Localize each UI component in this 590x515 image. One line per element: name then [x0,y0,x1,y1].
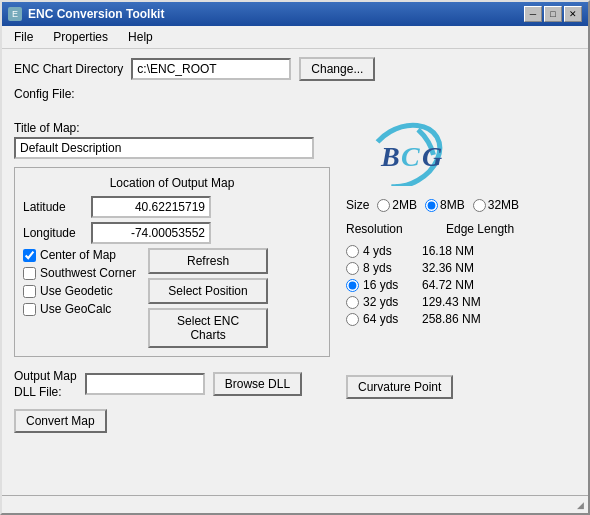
panels: Title of Map: Location of Output Map Lat… [14,121,576,399]
left-panel: Title of Map: Location of Output Map Lat… [14,121,330,399]
curvature-point-button[interactable]: Curvature Point [346,375,453,399]
window-title: ENC Conversion Toolkit [28,7,164,21]
size-2mb[interactable]: 2MB [377,198,417,212]
menu-help[interactable]: Help [120,28,161,46]
output-map-label: Output Map [14,369,77,383]
enc-dir-row: ENC Chart Directory Change... [14,57,576,81]
edge-length-col-header: Edge Length [446,222,526,236]
res-row-16yds[interactable]: 16 yds 64.72 NM [346,278,481,292]
use-geodetic-label: Use Geodetic [40,284,113,298]
resize-icon: ◢ [577,500,584,510]
res-16yds-radio[interactable] [346,279,359,292]
select-position-button[interactable]: Select Position [148,278,268,304]
status-bar: ◢ [2,495,588,513]
location-title: Location of Output Map [23,176,321,190]
res-4yds-val: 4 yds [363,244,418,258]
lat-row: Latitude [23,196,321,218]
select-enc-button[interactable]: Select ENC Charts [148,308,268,348]
menu-file[interactable]: File [6,28,41,46]
svg-text:B: B [380,141,400,172]
size-2mb-radio[interactable] [377,199,390,212]
map-title-section: Title of Map: [14,121,330,159]
southwest-corner-checkbox[interactable] [23,267,36,280]
main-window: E ENC Conversion Toolkit ─ □ ✕ File Prop… [0,0,590,515]
browse-dll-button[interactable]: Browse DLL [213,372,302,396]
edge-32yds-val: 129.43 NM [422,295,481,309]
lat-label: Latitude [23,200,83,214]
config-file-label: Config File: [14,87,75,101]
maximize-button[interactable]: □ [544,6,562,22]
checkbox-geocalc[interactable]: Use GeoCalc [23,302,136,316]
checkbox-geodetic[interactable]: Use Geodetic [23,284,136,298]
size-32mb[interactable]: 32MB [473,198,519,212]
edge-8yds-val: 32.36 NM [422,261,474,275]
resolution-headers: Resolution Edge Length [346,222,526,236]
resolution-rows: 4 yds 16.18 NM 8 yds 32.36 NM 16 yds 64.… [346,244,481,329]
config-file-row: Config File: [14,87,576,101]
bcg-logo: B C G [346,121,456,186]
use-geocalc-checkbox[interactable] [23,303,36,316]
southwest-corner-label: Southwest Corner [40,266,136,280]
convert-section: Convert Map [14,409,576,433]
res-64yds-val: 64 yds [363,312,418,326]
res-row-64yds[interactable]: 64 yds 258.86 NM [346,312,481,326]
size-32mb-radio[interactable] [473,199,486,212]
convert-map-button[interactable]: Convert Map [14,409,107,433]
res-row-4yds[interactable]: 4 yds 16.18 NM [346,244,481,258]
enc-dir-label: ENC Chart Directory [14,62,123,76]
use-geodetic-checkbox[interactable] [23,285,36,298]
curvature-section: Curvature Point [346,355,453,399]
res-64yds-radio[interactable] [346,313,359,326]
size-section: Size 2MB 8MB 32MB [346,198,519,212]
location-group: Location of Output Map Latitude Longitud… [14,167,330,357]
map-title-label: Title of Map: [14,121,330,135]
logo-area: B C G [346,121,456,186]
refresh-button[interactable]: Refresh [148,248,268,274]
lon-row: Longitude [23,222,321,244]
resolution-col-header: Resolution [346,222,446,236]
edge-16yds-val: 64.72 NM [422,278,474,292]
res-32yds-radio[interactable] [346,296,359,309]
checkboxes-and-buttons: Center of Map Southwest Corner Use Geode… [23,248,321,348]
change-button[interactable]: Change... [299,57,375,81]
edge-4yds-val: 16.18 NM [422,244,474,258]
menu-bar: File Properties Help [2,26,588,49]
close-button[interactable]: ✕ [564,6,582,22]
res-row-8yds[interactable]: 8 yds 32.36 NM [346,261,481,275]
res-8yds-radio[interactable] [346,262,359,275]
center-of-map-label: Center of Map [40,248,116,262]
checkboxes-group: Center of Map Southwest Corner Use Geode… [23,248,136,348]
right-panel: B C G Size 2MB 8MB [346,121,576,399]
size-8mb-label: 8MB [440,198,465,212]
title-bar: E ENC Conversion Toolkit ─ □ ✕ [2,2,588,26]
map-title-input[interactable] [14,137,314,159]
action-buttons: Refresh Select Position Select ENC Chart… [148,248,268,348]
res-32yds-val: 32 yds [363,295,418,309]
lon-label: Longitude [23,226,83,240]
minimize-button[interactable]: ─ [524,6,542,22]
edge-64yds-val: 258.86 NM [422,312,481,326]
dll-file-label: DLL File: [14,385,77,399]
size-8mb-radio[interactable] [425,199,438,212]
output-section: Output Map DLL File: Browse DLL [14,369,330,399]
size-label: Size [346,198,369,212]
checkbox-southwest[interactable]: Southwest Corner [23,266,136,280]
svg-text:G: G [422,141,442,172]
main-content: ENC Chart Directory Change... Config Fil… [2,49,588,495]
lat-input[interactable] [91,196,211,218]
menu-properties[interactable]: Properties [45,28,116,46]
res-8yds-val: 8 yds [363,261,418,275]
res-row-32yds[interactable]: 32 yds 129.43 NM [346,295,481,309]
size-32mb-label: 32MB [488,198,519,212]
res-4yds-radio[interactable] [346,245,359,258]
size-8mb[interactable]: 8MB [425,198,465,212]
output-labels: Output Map DLL File: [14,369,77,399]
res-16yds-val: 16 yds [363,278,418,292]
lon-input[interactable] [91,222,211,244]
app-icon: E [8,7,22,21]
enc-dir-input[interactable] [131,58,291,80]
checkbox-center[interactable]: Center of Map [23,248,136,262]
output-input[interactable] [85,373,205,395]
use-geocalc-label: Use GeoCalc [40,302,111,316]
center-of-map-checkbox[interactable] [23,249,36,262]
